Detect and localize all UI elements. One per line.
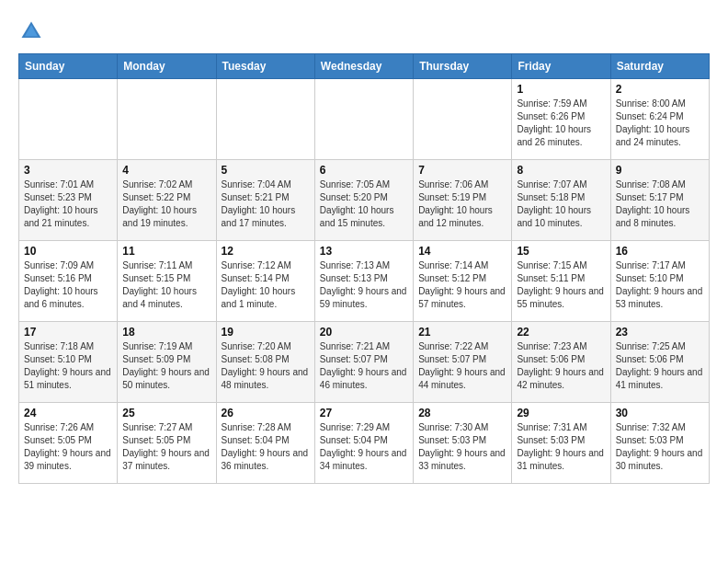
header bbox=[18, 18, 710, 44]
calendar-cell bbox=[414, 79, 512, 160]
day-info: Sunrise: 7:06 AM Sunset: 5:19 PM Dayligh… bbox=[418, 178, 506, 230]
day-info: Sunrise: 7:20 AM Sunset: 5:08 PM Dayligh… bbox=[222, 340, 310, 392]
calendar-cell: 17Sunrise: 7:18 AM Sunset: 5:10 PM Dayli… bbox=[19, 322, 118, 403]
day-number: 5 bbox=[222, 164, 310, 177]
day-number: 30 bbox=[616, 407, 704, 419]
calendar-cell bbox=[19, 79, 118, 160]
calendar-cell: 29Sunrise: 7:31 AM Sunset: 5:03 PM Dayli… bbox=[512, 403, 610, 484]
day-of-week-header: Tuesday bbox=[216, 54, 314, 79]
calendar-cell: 24Sunrise: 7:26 AM Sunset: 5:05 PM Dayli… bbox=[19, 403, 118, 484]
calendar-cell: 19Sunrise: 7:20 AM Sunset: 5:08 PM Dayli… bbox=[216, 322, 314, 403]
day-number: 28 bbox=[418, 407, 506, 419]
calendar-cell: 2Sunrise: 8:00 AM Sunset: 6:24 PM Daylig… bbox=[610, 79, 709, 160]
day-number: 24 bbox=[24, 407, 112, 419]
day-number: 16 bbox=[616, 245, 704, 258]
day-number: 3 bbox=[24, 164, 112, 177]
day-info: Sunrise: 7:18 AM Sunset: 5:10 PM Dayligh… bbox=[24, 340, 112, 392]
day-info: Sunrise: 7:59 AM Sunset: 6:26 PM Dayligh… bbox=[517, 98, 605, 149]
day-number: 22 bbox=[517, 326, 605, 339]
day-number: 18 bbox=[122, 326, 210, 339]
day-number: 19 bbox=[222, 326, 310, 339]
day-info: Sunrise: 7:02 AM Sunset: 5:22 PM Dayligh… bbox=[122, 178, 210, 230]
calendar-cell bbox=[314, 79, 413, 160]
calendar-cell: 27Sunrise: 7:29 AM Sunset: 5:04 PM Dayli… bbox=[314, 403, 413, 484]
day-info: Sunrise: 7:05 AM Sunset: 5:20 PM Dayligh… bbox=[320, 178, 408, 230]
day-of-week-header: Thursday bbox=[414, 54, 512, 79]
calendar-cell: 23Sunrise: 7:25 AM Sunset: 5:06 PM Dayli… bbox=[610, 322, 709, 403]
logo-icon bbox=[18, 18, 44, 44]
day-info: Sunrise: 7:27 AM Sunset: 5:05 PM Dayligh… bbox=[122, 421, 210, 473]
calendar-cell: 18Sunrise: 7:19 AM Sunset: 5:09 PM Dayli… bbox=[118, 322, 216, 403]
day-number: 10 bbox=[24, 245, 112, 258]
day-number: 11 bbox=[122, 245, 210, 258]
day-info: Sunrise: 7:14 AM Sunset: 5:12 PM Dayligh… bbox=[418, 259, 506, 311]
calendar-cell: 15Sunrise: 7:15 AM Sunset: 5:11 PM Dayli… bbox=[512, 241, 610, 322]
day-info: Sunrise: 7:04 AM Sunset: 5:21 PM Dayligh… bbox=[222, 178, 310, 230]
day-info: Sunrise: 7:17 AM Sunset: 5:10 PM Dayligh… bbox=[616, 259, 704, 311]
day-number: 4 bbox=[122, 164, 210, 177]
calendar-header-row: SundayMondayTuesdayWednesdayThursdayFrid… bbox=[19, 54, 710, 79]
calendar-cell: 16Sunrise: 7:17 AM Sunset: 5:10 PM Dayli… bbox=[610, 241, 709, 322]
day-info: Sunrise: 7:29 AM Sunset: 5:04 PM Dayligh… bbox=[320, 421, 408, 473]
day-info: Sunrise: 7:01 AM Sunset: 5:23 PM Dayligh… bbox=[24, 178, 112, 230]
calendar-week-row: 17Sunrise: 7:18 AM Sunset: 5:10 PM Dayli… bbox=[19, 322, 710, 403]
calendar-cell bbox=[118, 79, 216, 160]
day-number: 6 bbox=[320, 164, 408, 177]
calendar-cell: 26Sunrise: 7:28 AM Sunset: 5:04 PM Dayli… bbox=[216, 403, 314, 484]
calendar-cell: 10Sunrise: 7:09 AM Sunset: 5:16 PM Dayli… bbox=[19, 241, 118, 322]
day-number: 27 bbox=[320, 407, 408, 419]
day-info: Sunrise: 7:07 AM Sunset: 5:18 PM Dayligh… bbox=[517, 178, 605, 230]
calendar-cell: 22Sunrise: 7:23 AM Sunset: 5:06 PM Dayli… bbox=[512, 322, 610, 403]
day-number: 29 bbox=[517, 407, 605, 419]
calendar-week-row: 24Sunrise: 7:26 AM Sunset: 5:05 PM Dayli… bbox=[19, 403, 710, 484]
day-number: 20 bbox=[320, 326, 408, 339]
day-of-week-header: Sunday bbox=[19, 54, 118, 79]
day-of-week-header: Saturday bbox=[610, 54, 709, 79]
day-info: Sunrise: 8:00 AM Sunset: 6:24 PM Dayligh… bbox=[616, 98, 704, 149]
day-number: 8 bbox=[517, 164, 605, 177]
day-number: 26 bbox=[222, 407, 310, 419]
day-info: Sunrise: 7:12 AM Sunset: 5:14 PM Dayligh… bbox=[222, 259, 310, 311]
day-info: Sunrise: 7:26 AM Sunset: 5:05 PM Dayligh… bbox=[24, 421, 112, 473]
day-number: 1 bbox=[517, 83, 605, 96]
calendar-cell: 5Sunrise: 7:04 AM Sunset: 5:21 PM Daylig… bbox=[216, 160, 314, 241]
day-info: Sunrise: 7:08 AM Sunset: 5:17 PM Dayligh… bbox=[616, 178, 704, 230]
day-info: Sunrise: 7:32 AM Sunset: 5:03 PM Dayligh… bbox=[616, 421, 704, 473]
calendar-cell: 21Sunrise: 7:22 AM Sunset: 5:07 PM Dayli… bbox=[414, 322, 512, 403]
day-info: Sunrise: 7:30 AM Sunset: 5:03 PM Dayligh… bbox=[418, 421, 506, 473]
calendar-cell: 1Sunrise: 7:59 AM Sunset: 6:26 PM Daylig… bbox=[512, 79, 610, 160]
calendar-cell: 8Sunrise: 7:07 AM Sunset: 5:18 PM Daylig… bbox=[512, 160, 610, 241]
day-info: Sunrise: 7:09 AM Sunset: 5:16 PM Dayligh… bbox=[24, 259, 112, 311]
logo bbox=[18, 18, 48, 44]
calendar-cell: 7Sunrise: 7:06 AM Sunset: 5:19 PM Daylig… bbox=[414, 160, 512, 241]
day-number: 25 bbox=[122, 407, 210, 419]
day-of-week-header: Wednesday bbox=[314, 54, 413, 79]
calendar-cell: 12Sunrise: 7:12 AM Sunset: 5:14 PM Dayli… bbox=[216, 241, 314, 322]
day-number: 13 bbox=[320, 245, 408, 258]
calendar-cell: 3Sunrise: 7:01 AM Sunset: 5:23 PM Daylig… bbox=[19, 160, 118, 241]
calendar-week-row: 10Sunrise: 7:09 AM Sunset: 5:16 PM Dayli… bbox=[19, 241, 710, 322]
day-of-week-header: Monday bbox=[118, 54, 216, 79]
calendar-cell: 11Sunrise: 7:11 AM Sunset: 5:15 PM Dayli… bbox=[118, 241, 216, 322]
day-info: Sunrise: 7:13 AM Sunset: 5:13 PM Dayligh… bbox=[320, 259, 408, 311]
day-number: 21 bbox=[418, 326, 506, 339]
calendar-cell: 13Sunrise: 7:13 AM Sunset: 5:13 PM Dayli… bbox=[314, 241, 413, 322]
calendar-table: SundayMondayTuesdayWednesdayThursdayFrid… bbox=[18, 53, 710, 484]
day-number: 9 bbox=[616, 164, 704, 177]
day-info: Sunrise: 7:31 AM Sunset: 5:03 PM Dayligh… bbox=[517, 421, 605, 473]
day-number: 7 bbox=[418, 164, 506, 177]
day-of-week-header: Friday bbox=[512, 54, 610, 79]
calendar-cell: 30Sunrise: 7:32 AM Sunset: 5:03 PM Dayli… bbox=[610, 403, 709, 484]
calendar-cell: 14Sunrise: 7:14 AM Sunset: 5:12 PM Dayli… bbox=[414, 241, 512, 322]
calendar-cell: 4Sunrise: 7:02 AM Sunset: 5:22 PM Daylig… bbox=[118, 160, 216, 241]
day-number: 23 bbox=[616, 326, 704, 339]
day-info: Sunrise: 7:25 AM Sunset: 5:06 PM Dayligh… bbox=[616, 340, 704, 392]
calendar-cell: 20Sunrise: 7:21 AM Sunset: 5:07 PM Dayli… bbox=[314, 322, 413, 403]
day-info: Sunrise: 7:21 AM Sunset: 5:07 PM Dayligh… bbox=[320, 340, 408, 392]
calendar-cell bbox=[216, 79, 314, 160]
day-number: 2 bbox=[616, 83, 704, 96]
day-info: Sunrise: 7:22 AM Sunset: 5:07 PM Dayligh… bbox=[418, 340, 506, 392]
day-info: Sunrise: 7:11 AM Sunset: 5:15 PM Dayligh… bbox=[122, 259, 210, 311]
day-number: 12 bbox=[222, 245, 310, 258]
calendar-cell: 25Sunrise: 7:27 AM Sunset: 5:05 PM Dayli… bbox=[118, 403, 216, 484]
